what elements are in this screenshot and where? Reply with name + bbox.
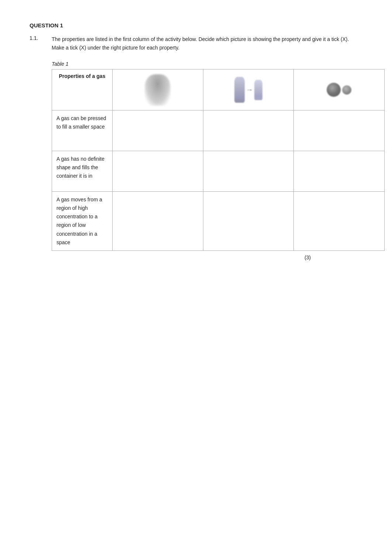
table-label: Table 1: [52, 61, 362, 67]
answer-cell-3-1[interactable]: [112, 192, 203, 251]
answer-cell-2-2[interactable]: [203, 151, 294, 192]
table-row: A gas has no definite shape and fills th…: [52, 151, 385, 192]
properties-table: Properties of a gas →: [52, 69, 385, 251]
answer-cell-1-1[interactable]: [112, 110, 203, 151]
score-marker: (3): [30, 255, 311, 260]
bottle-1: [234, 77, 245, 103]
answer-cell-3-2[interactable]: [203, 192, 294, 251]
bottle-2: [254, 80, 262, 100]
answer-cell-1-3[interactable]: [294, 110, 385, 151]
answer-cell-2-1[interactable]: [112, 151, 203, 192]
answer-cell-1-2[interactable]: [203, 110, 294, 151]
question-title: QUESTION 1: [30, 22, 362, 28]
col4-header-image: [294, 69, 385, 110]
answer-cell-3-3[interactable]: [294, 192, 385, 251]
property-3: A gas moves from a region of high concen…: [52, 192, 113, 251]
answer-cell-2-3[interactable]: [294, 151, 385, 192]
header-image-1: [115, 72, 201, 108]
table-row: A gas moves from a region of high concen…: [52, 192, 385, 251]
ball-large: [327, 83, 341, 97]
col2-header-image: [112, 69, 203, 110]
col1-header: Properties of a gas: [52, 69, 113, 110]
header-image-2: →: [206, 72, 292, 108]
figure-person: [145, 74, 171, 106]
figure-balls: [327, 83, 351, 97]
property-1: A gas can be pressed to fill a smaller s…: [52, 110, 113, 151]
table-row: A gas can be pressed to fill a smaller s…: [52, 110, 385, 151]
property-2: A gas has no definite shape and fills th…: [52, 151, 113, 192]
ball-small: [342, 85, 351, 95]
header-image-3: [296, 72, 382, 108]
col3-header-image: →: [203, 69, 294, 110]
arrow-icon: →: [246, 86, 253, 94]
figure-bottles: →: [234, 77, 262, 103]
question-number: 1.1.: [30, 35, 52, 52]
question-text: The properties are listed in the first c…: [52, 35, 354, 52]
